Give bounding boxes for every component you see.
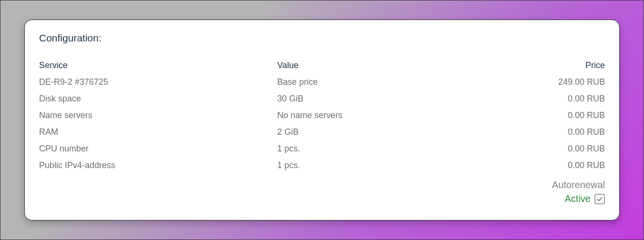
active-status-row: Active [565, 193, 605, 204]
cell-value: Base price [277, 77, 510, 87]
table-row: DE-R9-2 #376725 Base price 249.00 RUB [39, 74, 605, 90]
cell-price: 0.00 RUB [510, 94, 605, 104]
cell-price: 0.00 RUB [510, 127, 605, 137]
table-row: Public IPv4-address 1 pcs. 0.00 RUB [39, 157, 605, 174]
table-row: RAM 2 GiB 0.00 RUB [39, 124, 605, 140]
check-icon [596, 196, 603, 202]
cell-value: 1 pcs. [277, 160, 510, 170]
header-price: Price [510, 60, 605, 70]
cell-service: CPU number [39, 144, 277, 154]
configuration-card: Configuration: Service Value Price DE-R9… [24, 20, 620, 220]
card-title: Configuration: [39, 32, 605, 44]
table-row: CPU number 1 pcs. 0.00 RUB [39, 140, 605, 157]
cell-service: RAM [39, 127, 277, 137]
cell-price: 0.00 RUB [510, 144, 605, 154]
header-service: Service [39, 60, 277, 70]
header-value: Value [277, 60, 510, 70]
cell-price: 249.00 RUB [510, 77, 605, 87]
table-row: Name servers No name servers 0.00 RUB [39, 107, 605, 124]
table-header-row: Service Value Price [39, 57, 605, 74]
active-status-label: Active [565, 193, 591, 204]
card-footer: Autorenewal Active [39, 180, 605, 204]
cell-value: 2 GiB [277, 127, 510, 137]
autorenewal-label: Autorenewal [39, 180, 605, 190]
cell-service: Name servers [39, 110, 277, 120]
cell-value: 1 pcs. [277, 144, 510, 154]
cell-price: 0.00 RUB [510, 110, 605, 120]
cell-value: 30 GiB [277, 94, 510, 104]
autorenewal-checkbox[interactable] [594, 194, 605, 204]
config-table: Service Value Price DE-R9-2 #376725 Base… [39, 57, 605, 174]
cell-service: Public IPv4-address [39, 160, 277, 170]
cell-value: No name servers [277, 110, 510, 120]
cell-service: DE-R9-2 #376725 [39, 77, 277, 87]
table-row: Disk space 30 GiB 0.00 RUB [39, 90, 605, 107]
cell-price: 0.00 RUB [510, 160, 605, 170]
cell-service: Disk space [39, 94, 277, 104]
